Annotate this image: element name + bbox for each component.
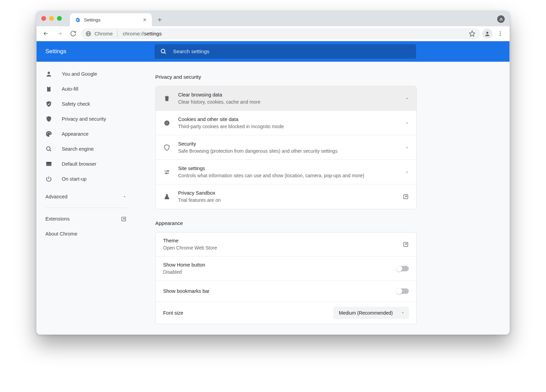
row-privacy-sandbox[interactable]: Privacy SandboxTrial features are on xyxy=(156,184,416,209)
row-title: Site settings xyxy=(178,165,398,172)
chevron-right-icon xyxy=(405,146,409,149)
row-subtitle: Third-party cookies are blocked in Incog… xyxy=(178,123,398,130)
row-site-settings[interactable]: Site settingsControls what information s… xyxy=(156,160,416,184)
profile-avatar-button[interactable] xyxy=(482,29,492,39)
chevron-right-icon xyxy=(405,121,409,125)
browser-window: Settings xyxy=(36,11,510,335)
svg-point-27 xyxy=(166,172,167,174)
svg-rect-16 xyxy=(46,162,52,163)
sidebar-item-label: On start-up xyxy=(62,176,87,182)
trash-icon xyxy=(163,95,171,102)
row-title: Show bookmarks bar xyxy=(163,288,389,295)
dropdown-value: Medium (Recommended) xyxy=(339,310,393,316)
svg-rect-9 xyxy=(48,86,50,87)
sidebar-item-safety-check[interactable]: Safety check xyxy=(37,96,135,111)
close-tab-button[interactable] xyxy=(142,17,148,23)
chevron-right-icon xyxy=(405,97,409,100)
shield-icon xyxy=(45,116,52,122)
svg-point-12 xyxy=(49,132,50,133)
omnibox-protocol: chrome:// xyxy=(123,31,144,36)
sidebar-item-label: About Chrome xyxy=(45,231,77,237)
svg-point-23 xyxy=(167,121,168,122)
search-icon xyxy=(160,48,167,55)
search-icon xyxy=(45,146,52,152)
row-clear-browsing-data[interactable]: Clear browsing dataClear history, cookie… xyxy=(156,86,416,111)
incognito-badge-icon xyxy=(497,15,505,23)
svg-point-5 xyxy=(500,35,501,36)
shield-icon xyxy=(163,144,171,151)
sidebar-item-you-and-google[interactable]: You and Google xyxy=(37,66,135,81)
home-button-toggle[interactable] xyxy=(397,266,409,271)
tab-settings[interactable]: Settings xyxy=(70,13,152,26)
row-subtitle: Safe Browsing (protection from dangerous… xyxy=(178,148,398,155)
bookmarks-bar-toggle[interactable] xyxy=(397,288,409,294)
appearance-card: ThemeOpen Chrome Web Store Show Home but… xyxy=(155,232,417,324)
row-cookies[interactable]: Cookies and other site dataThird-party c… xyxy=(156,111,416,135)
sidebar-item-label: Search engine xyxy=(62,146,94,152)
site-info-icon[interactable] xyxy=(86,31,91,36)
svg-point-26 xyxy=(168,170,169,171)
svg-point-11 xyxy=(48,132,48,133)
forward-button[interactable] xyxy=(54,28,65,40)
search-settings-input[interactable] xyxy=(173,48,411,55)
settings-title: Settings xyxy=(45,48,155,55)
svg-point-25 xyxy=(167,123,168,124)
omnibox-chrome-label: Chrome xyxy=(95,31,113,36)
sidebar-item-about[interactable]: About Chrome xyxy=(37,226,135,241)
row-security[interactable]: SecuritySafe Browsing (protection from d… xyxy=(156,135,416,160)
svg-point-21 xyxy=(164,120,170,125)
row-title: Show Home button xyxy=(163,261,389,268)
row-subtitle: Disabled xyxy=(163,269,389,276)
close-window-button[interactable] xyxy=(41,16,46,21)
privacy-card: Clear browsing dataClear history, cookie… xyxy=(155,86,417,209)
row-title: Clear browsing data xyxy=(178,91,398,98)
svg-point-4 xyxy=(500,33,501,34)
sidebar-item-advanced[interactable]: Advanced xyxy=(37,189,135,204)
sidebar-item-label: Appearance xyxy=(62,131,88,137)
bookmark-star-icon[interactable] xyxy=(469,30,475,37)
chevron-right-icon xyxy=(405,170,409,174)
row-title: Font size xyxy=(163,310,326,316)
sidebar-item-label: You and Google xyxy=(62,71,97,77)
svg-point-22 xyxy=(166,122,166,122)
section-title-appearance: Appearance xyxy=(155,220,417,226)
browser-toolbar: Chrome │ chrome://settings xyxy=(37,26,509,41)
svg-point-3 xyxy=(500,31,501,32)
sidebar-item-privacy[interactable]: Privacy and security xyxy=(37,111,135,126)
chevron-down-icon xyxy=(401,311,405,315)
sidebar-item-label: Safety check xyxy=(62,101,90,107)
sidebar-item-startup[interactable]: On start-up xyxy=(37,171,135,186)
svg-point-14 xyxy=(46,147,50,150)
open-external-icon xyxy=(403,241,409,247)
sidebar-item-appearance[interactable]: Appearance xyxy=(37,126,135,141)
search-settings-field[interactable] xyxy=(155,44,416,59)
chevron-down-icon xyxy=(123,195,127,199)
shield-check-icon xyxy=(45,101,52,107)
row-title: Cookies and other site data xyxy=(178,116,398,123)
svg-point-24 xyxy=(166,123,167,124)
reload-button[interactable] xyxy=(67,28,79,40)
row-subtitle: Controls what information sites can use … xyxy=(178,172,398,179)
svg-rect-18 xyxy=(166,97,168,101)
omnibox[interactable]: Chrome │ chrome://settings xyxy=(81,28,480,39)
row-theme[interactable]: ThemeOpen Chrome Web Store xyxy=(156,232,416,257)
sidebar-item-label: Privacy and security xyxy=(62,116,106,122)
maximize-window-button[interactable] xyxy=(57,16,62,21)
sidebar-item-label: Advanced xyxy=(45,194,68,199)
sidebar-item-extensions[interactable]: Extensions xyxy=(37,211,135,226)
new-tab-button[interactable] xyxy=(154,14,166,26)
row-subtitle: Trial features are on xyxy=(178,197,395,204)
font-size-dropdown[interactable]: Medium (Recommended) xyxy=(333,307,409,319)
sidebar-item-autofill[interactable]: Auto-fill xyxy=(37,81,135,96)
settings-main: Privacy and security Clear browsing data… xyxy=(135,62,509,334)
flask-icon xyxy=(163,193,171,200)
row-bookmarks-bar: Show bookmarks bar xyxy=(156,281,416,302)
sidebar-item-default-browser[interactable]: Default browser xyxy=(37,156,135,171)
svg-point-7 xyxy=(48,72,50,74)
minimize-window-button[interactable] xyxy=(49,16,54,21)
kebab-menu-button[interactable] xyxy=(494,28,506,40)
back-button[interactable] xyxy=(40,28,52,40)
settings-sidebar: You and Google Auto-fill Safety check Pr… xyxy=(37,62,135,334)
row-font-size: Font size Medium (Recommended) xyxy=(156,302,416,324)
sidebar-item-search-engine[interactable]: Search engine xyxy=(37,141,135,156)
